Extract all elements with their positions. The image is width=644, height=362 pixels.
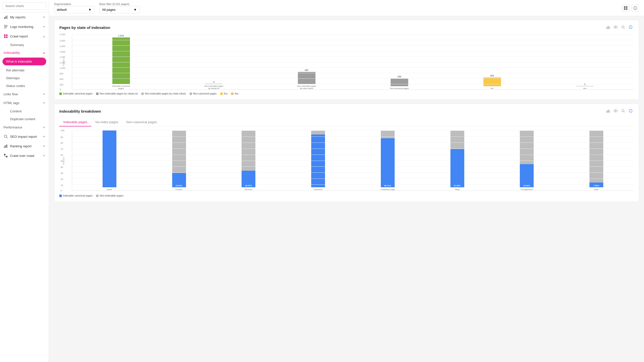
svg-rect-4 bbox=[4, 26, 8, 27]
ranking-icon bbox=[4, 144, 8, 148]
tab-no-index-pages[interactable]: No-index pages bbox=[91, 118, 122, 126]
tab-indexable-pages[interactable]: Indexable pages bbox=[59, 118, 91, 126]
y2-label: 80 bbox=[61, 142, 63, 144]
bar-rect-1[interactable] bbox=[112, 37, 130, 84]
legend-color bbox=[96, 195, 99, 197]
segmentation-label: Segmentation bbox=[54, 3, 94, 6]
y2-label: 10 bbox=[61, 184, 63, 187]
bar-rect-3[interactable] bbox=[298, 72, 315, 84]
sidebar-item-html-tags[interactable]: HTML tags ▼ bbox=[0, 99, 49, 107]
tab-non-canonical-pages[interactable]: Non-canonical pages bbox=[122, 118, 161, 126]
chart1-search-icon[interactable] bbox=[620, 25, 626, 30]
y-label: 200 bbox=[60, 83, 63, 86]
bar-rect-5[interactable] bbox=[483, 77, 501, 86]
legend-label: Non-indexable pages by meta robots bbox=[145, 92, 186, 95]
svg-line-11 bbox=[7, 137, 8, 138]
base-filter-select[interactable]: All pages ▼ bbox=[99, 6, 140, 13]
y-label: 0 bbox=[60, 88, 61, 91]
svg-text:i: i bbox=[630, 110, 631, 112]
y2-label: 60 bbox=[61, 154, 63, 156]
sidebar-item-what-is-indexable[interactable]: What is indexable bbox=[3, 58, 46, 65]
svg-rect-22 bbox=[626, 8, 627, 10]
svg-rect-28 bbox=[609, 27, 610, 29]
sidebar-item-links-flow[interactable]: Links flow ▼ bbox=[0, 90, 49, 99]
sidebar-item-duplicate-content[interactable]: Duplicate content bbox=[0, 115, 49, 123]
sidebar-item-indexability[interactable]: Indexability ▲ bbox=[0, 49, 49, 57]
sidebar-item-crawl-report[interactable]: Crawl report ▲ bbox=[0, 31, 49, 41]
search-input[interactable] bbox=[3, 3, 46, 10]
chart2-title: Indexability breakdown bbox=[59, 109, 101, 113]
bar-rect-4[interactable] bbox=[391, 78, 408, 86]
legend-color bbox=[231, 93, 234, 95]
legend-label: Indexable canonical pages bbox=[63, 92, 93, 95]
sidebar-item-rel-alternate[interactable]: Rel alternate bbox=[0, 66, 49, 74]
chart2-search-icon[interactable] bbox=[620, 108, 626, 114]
svg-rect-20 bbox=[626, 6, 627, 8]
chart1-legend: Indexable canonical pages Non-indexable … bbox=[59, 92, 634, 95]
chart2-bar-icon[interactable] bbox=[605, 108, 611, 114]
legend-color bbox=[220, 93, 223, 95]
svg-rect-7 bbox=[6, 34, 8, 36]
svg-rect-3 bbox=[4, 25, 8, 26]
sidebar-item-ranking-report[interactable]: Ranking report ▼ bbox=[0, 141, 49, 151]
svg-rect-2 bbox=[7, 16, 7, 19]
grid-view-button[interactable] bbox=[622, 4, 629, 12]
sidebar-item-logs-monitoring[interactable]: Logs monitoring ▼ bbox=[0, 22, 49, 31]
legend-robots-txt: Non-indexable pages by robots.txt bbox=[96, 92, 138, 95]
chart2-info-icon[interactable]: i bbox=[628, 108, 634, 114]
chart1-eye-icon[interactable] bbox=[613, 25, 619, 30]
sidebar-item-my-reports[interactable]: My reports ▼ bbox=[0, 12, 49, 22]
legend-indexable: Indexable canonical pages bbox=[59, 92, 93, 95]
sidebar-item-content[interactable]: Content bbox=[0, 107, 49, 115]
chart1-info-icon[interactable]: i bbox=[628, 25, 634, 30]
legend-color bbox=[59, 195, 62, 197]
y-label: 1,600 bbox=[60, 51, 65, 53]
y2-label: 40 bbox=[61, 166, 63, 168]
svg-rect-21 bbox=[624, 8, 625, 10]
y-label: 2,200 bbox=[60, 33, 65, 36]
crawl-icon bbox=[4, 34, 8, 38]
sidebar-item-performance[interactable]: Performance ▼ bbox=[0, 123, 49, 132]
legend2-non-indexable: Non-indexable pages bbox=[96, 194, 123, 197]
svg-rect-27 bbox=[608, 26, 609, 29]
svg-rect-5 bbox=[4, 28, 7, 28]
legend-3xx: 3xx bbox=[220, 92, 228, 95]
top-bar-actions: i bbox=[622, 4, 639, 12]
legend2-indexable: Indexable canonical pages bbox=[59, 194, 93, 197]
legend-label: Non-indexable pages by robots.txt bbox=[100, 92, 138, 95]
sidebar: My reports ▼ Logs monitoring ▼ Crawl rep… bbox=[0, 0, 49, 362]
segmentation-filter: Segmentation default ▼ bbox=[54, 3, 94, 13]
sidebar-item-sitemaps[interactable]: Sitemaps bbox=[0, 74, 49, 82]
chart1-actions: i bbox=[605, 25, 634, 30]
y-label: 1,200 bbox=[60, 61, 65, 64]
y2-label: 0 bbox=[61, 189, 62, 192]
bar-rect-6[interactable] bbox=[576, 86, 594, 86]
sidebar-item-seo-impact-report[interactable]: SEO impact report ▼ bbox=[0, 132, 49, 141]
sidebar-item-summary[interactable]: Summary bbox=[0, 41, 49, 49]
svg-rect-15 bbox=[4, 154, 6, 155]
svg-rect-0 bbox=[4, 17, 5, 19]
svg-rect-36 bbox=[607, 110, 608, 113]
chevron-down-icon: ▼ bbox=[43, 16, 45, 19]
base-filter: Base filter (5,241 pages) All pages ▼ bbox=[99, 3, 140, 13]
chevron-up-icon: ▲ bbox=[43, 51, 45, 54]
legend-label: 3xx bbox=[224, 92, 228, 95]
svg-rect-35 bbox=[606, 111, 607, 113]
svg-rect-37 bbox=[608, 110, 609, 113]
svg-rect-6 bbox=[4, 34, 6, 36]
chart2-eye-icon[interactable] bbox=[613, 108, 619, 114]
svg-rect-16 bbox=[6, 156, 8, 157]
segmentation-select[interactable]: default ▼ bbox=[54, 6, 94, 13]
y2-label: 100 bbox=[61, 129, 64, 132]
y-label: 1,800 bbox=[60, 45, 65, 48]
svg-point-40 bbox=[615, 110, 616, 111]
chart1-bar-icon[interactable] bbox=[605, 25, 611, 30]
info-button[interactable]: i bbox=[631, 4, 639, 12]
svg-line-42 bbox=[624, 112, 625, 113]
top-bar: Segmentation default ▼ Base filter (5,24… bbox=[49, 0, 644, 16]
crawl2-icon bbox=[4, 153, 8, 158]
sidebar-item-crawl-over-crawl[interactable]: Crawl over crawl ▼ bbox=[0, 151, 49, 160]
svg-text:i: i bbox=[635, 7, 635, 10]
sidebar-item-status-codes[interactable]: Status codes bbox=[0, 82, 49, 90]
seo-icon bbox=[4, 134, 8, 139]
